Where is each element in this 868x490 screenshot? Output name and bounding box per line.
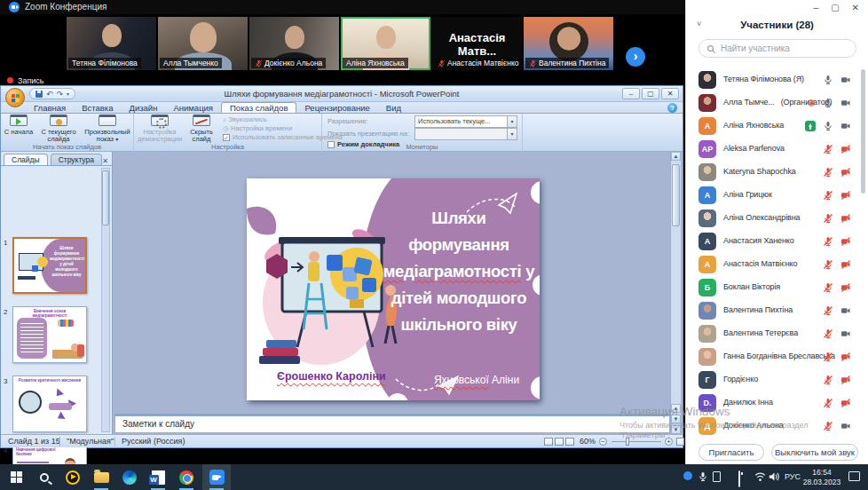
participant-row[interactable]: AP Aleksa Parfenova [686,138,868,160]
fit-to-window-button[interactable] [676,438,684,446]
slideshow-view-button[interactable] [565,438,574,446]
pane-tab-outline[interactable]: Структура [51,154,102,165]
search-box[interactable] [698,39,856,58]
undo-icon[interactable]: ↶ [46,90,53,99]
canvas-scroll-thumb[interactable] [672,164,680,226]
zoom-slider-thumb[interactable] [626,438,629,446]
panel-scrollbar[interactable] [861,69,865,194]
tab-home[interactable]: Главная [26,102,74,113]
tray-wifi-icon[interactable] [754,471,766,482]
video-tile[interactable]: Алла Тымченко [158,17,248,70]
video-tile-active-speaker[interactable]: Аліна Яхновська [341,17,430,70]
scroll-down-icon[interactable]: ▼ [671,425,681,434]
maximize-button[interactable]: ▢ [831,3,839,12]
scroll-up-icon[interactable]: ▲ [671,152,681,161]
help-icon[interactable]: ? [667,103,677,113]
taskbar-aimp-button[interactable] [59,464,87,490]
participant-row[interactable]: Г Гордієнко [686,369,868,391]
taskbar-search-button[interactable] [30,464,59,490]
setup-show-button[interactable]: Настройка демонстрации [138,115,182,143]
record-narration-option[interactable]: ♪ Звукозапись [223,115,267,123]
language-indicator[interactable]: Русский (Россия) [122,435,185,448]
participant-row[interactable]: Б Боклан Вікторія [686,277,868,298]
participant-row[interactable]: А Аліна Яхновська [686,115,868,137]
minimize-button[interactable]: – [814,3,819,12]
zoom-out-button[interactable]: − [599,438,607,446]
participant-row[interactable]: Тетяна Філімонова (Я) [686,69,868,91]
pane-close-icon[interactable]: ✕ [102,157,108,165]
checkbox-checked-icon[interactable]: ✓ [223,134,230,141]
video-tile[interactable]: Докієнко Альона [249,17,339,70]
ppt-titlebar[interactable]: Шляхи формування медіаграмотності - Micr… [1,86,683,102]
pane-scroll-thumb[interactable] [102,170,109,225]
hide-slide-button[interactable]: Скрыть слайд [184,115,219,143]
slide-thumbnail-2[interactable]: Вивчення основ медіаграмотності [12,306,87,363]
tab-insert[interactable]: Вставка [74,102,121,113]
normal-view-button[interactable] [544,438,553,446]
zoom-in-button[interactable]: + [665,438,673,446]
participant-row[interactable]: Аліна Олександрівна [686,208,868,229]
video-tile[interactable]: Тетяна Філімонова [67,17,156,70]
participant-row[interactable]: Валентина Тетерєва [686,323,868,344]
participant-row[interactable]: Ганна Богданівна Бреславська [686,346,868,368]
show-on-dropdown[interactable]: ▾ [414,128,517,140]
slide-sorter-button[interactable] [555,438,564,446]
redo-icon[interactable]: ↷ [57,90,64,99]
tab-review[interactable]: Рецензирование [296,102,377,113]
tray-usb-icon[interactable] [713,471,721,482]
participant-row[interactable]: Алла Тымче...(Организатор) [686,92,868,114]
participant-row[interactable]: Д Докієнко Альона [686,415,868,437]
qat-customize-icon[interactable]: ▾ [67,91,69,97]
tab-design[interactable]: Дизайн [121,102,165,113]
invite-button[interactable]: Пригласить [698,444,764,461]
participant-row[interactable]: А Анастасія Матвієнко [686,254,868,275]
taskbar-file-explorer-button[interactable] [87,464,115,490]
canvas-scrollbar[interactable]: ▲ ▲ ▼ ▼ [670,152,681,434]
zoom-slider-track[interactable] [612,441,661,442]
tray-zoom-icon[interactable] [683,471,692,480]
next-slide-icon[interactable]: ▼ [671,415,681,423]
action-center-icon[interactable] [848,471,860,481]
pane-tab-slides[interactable]: Слайды [4,154,48,165]
custom-show-button[interactable]: Произвольный показ ▾ [83,115,132,143]
taskbar-zoom-button[interactable] [202,464,231,490]
tab-view[interactable]: Вид [378,102,409,113]
from-beginning-button[interactable]: С начала [3,115,35,136]
slide-canvas[interactable]: Шляхи формування медіаграмотності у діте… [247,178,540,400]
participant-row[interactable]: А Анастасия Ханенко [686,231,868,252]
participant-row[interactable]: D. Данилюк Інна [686,392,868,414]
participant-row[interactable]: Валентина Пихтіна [686,300,868,321]
video-tile[interactable]: Валентина Пихтіна [524,17,613,70]
pane-scrollbar[interactable] [101,168,110,432]
language-indicator[interactable]: РУС [785,472,801,481]
participant-row[interactable]: Kateryna Shapochka [686,162,868,183]
taskbar-word-button[interactable] [144,464,172,490]
next-page-button[interactable]: › [626,47,645,67]
mute-my-audio-button[interactable]: Выключить мой звук [771,444,858,461]
tray-speaker-icon[interactable] [769,471,780,482]
video-tile-no-video[interactable]: Анастасія Матв... Анастасія Матвієнко [432,17,522,70]
from-current-slide-button[interactable]: С текущего слайда [36,115,81,143]
taskbar-edge-button[interactable] [115,464,144,490]
office-button[interactable] [5,88,25,107]
previous-slide-icon[interactable]: ▲ [671,404,681,413]
notes-pane[interactable]: Заметки к слайду [114,414,670,433]
tray-clock[interactable]: 16:54 28.03.2023 [801,468,843,486]
close-button[interactable]: ✕ [661,88,679,99]
participant-row[interactable]: А Аліна Грицюк [686,185,868,206]
slide-thumbnail-3[interactable]: Розвиток критичного мислення [12,375,87,432]
tray-mic-icon[interactable] [698,471,708,482]
save-icon[interactable] [36,91,43,98]
rehearse-timings-option[interactable]: ◷ Настройка времени [223,124,292,132]
taskbar-chrome-button[interactable] [172,464,201,490]
tab-slideshow[interactable]: Показ слайдов [221,102,296,113]
minimize-button[interactable]: – [622,88,640,99]
tab-animation[interactable]: Анимация [165,102,221,113]
close-button[interactable]: ✕ [852,3,859,12]
tray-battery-icon[interactable] [738,470,740,487]
maximize-button[interactable]: ▢ [642,88,659,99]
start-button[interactable] [2,464,30,490]
search-input[interactable] [721,41,850,56]
resolution-dropdown[interactable]: Использовать текуще... ▾ [414,115,517,128]
slide-thumbnail-1[interactable]: Шляхи формування медіаграмотності у діте… [12,237,87,294]
